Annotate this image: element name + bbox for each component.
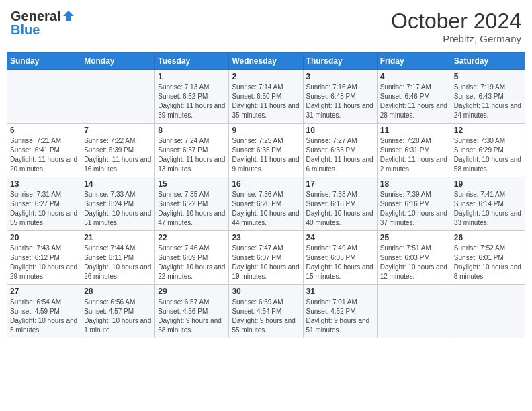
calendar-cell: 28Sunrise: 6:56 AM Sunset: 4:57 PM Dayli… xyxy=(81,285,155,338)
calendar-cell: 21Sunrise: 7:44 AM Sunset: 6:11 PM Dayli… xyxy=(81,231,155,285)
day-number: 16 xyxy=(232,179,300,189)
calendar-cell: 25Sunrise: 7:51 AM Sunset: 6:03 PM Dayli… xyxy=(377,231,451,285)
calendar-cell: 3Sunrise: 7:16 AM Sunset: 6:48 PM Daylig… xyxy=(303,70,377,124)
calendar-cell: 29Sunrise: 6:57 AM Sunset: 4:56 PM Dayli… xyxy=(155,285,229,338)
day-detail: Sunrise: 7:36 AM Sunset: 6:20 PM Dayligh… xyxy=(232,190,300,228)
logo-general-text: General xyxy=(11,9,60,23)
day-number: 12 xyxy=(454,126,522,135)
day-number: 31 xyxy=(306,287,374,296)
day-number: 4 xyxy=(380,72,448,81)
day-detail: Sunrise: 7:28 AM Sunset: 6:31 PM Dayligh… xyxy=(380,136,448,174)
calendar-cell: 11Sunrise: 7:28 AM Sunset: 6:31 PM Dayli… xyxy=(377,124,451,177)
calendar-cell: 16Sunrise: 7:36 AM Sunset: 6:20 PM Dayli… xyxy=(229,177,303,231)
calendar-cell: 15Sunrise: 7:35 AM Sunset: 6:22 PM Dayli… xyxy=(155,177,229,231)
day-number: 3 xyxy=(306,72,374,81)
day-number: 19 xyxy=(454,179,522,189)
calendar-cell: 6Sunrise: 7:21 AM Sunset: 6:41 PM Daylig… xyxy=(7,124,81,177)
calendar-cell xyxy=(81,70,155,124)
day-number: 8 xyxy=(158,126,226,135)
day-detail: Sunrise: 7:25 AM Sunset: 6:35 PM Dayligh… xyxy=(232,136,300,174)
calendar-cell: 14Sunrise: 7:33 AM Sunset: 6:24 PM Dayli… xyxy=(81,177,155,231)
day-number: 9 xyxy=(232,126,300,135)
week-row-2: 6Sunrise: 7:21 AM Sunset: 6:41 PM Daylig… xyxy=(7,124,525,177)
day-detail: Sunrise: 6:56 AM Sunset: 4:57 PM Dayligh… xyxy=(84,298,152,335)
day-number: 1 xyxy=(158,72,226,81)
calendar-cell: 4Sunrise: 7:17 AM Sunset: 6:46 PM Daylig… xyxy=(377,70,451,124)
day-detail: Sunrise: 7:24 AM Sunset: 6:37 PM Dayligh… xyxy=(158,136,226,174)
day-number: 6 xyxy=(10,126,78,135)
day-detail: Sunrise: 7:46 AM Sunset: 6:09 PM Dayligh… xyxy=(158,244,226,281)
title-block: October 2024 Prebitz, Germany xyxy=(391,9,521,44)
day-detail: Sunrise: 7:35 AM Sunset: 6:22 PM Dayligh… xyxy=(158,190,226,228)
day-number: 27 xyxy=(10,287,78,296)
calendar-cell: 24Sunrise: 7:49 AM Sunset: 6:05 PM Dayli… xyxy=(303,231,377,285)
calendar-cell: 1Sunrise: 7:13 AM Sunset: 6:52 PM Daylig… xyxy=(155,70,229,124)
calendar-cell: 13Sunrise: 7:31 AM Sunset: 6:27 PM Dayli… xyxy=(7,177,81,231)
day-number: 17 xyxy=(306,179,374,189)
day-number: 15 xyxy=(158,179,226,189)
calendar-cell: 18Sunrise: 7:39 AM Sunset: 6:16 PM Dayli… xyxy=(377,177,451,231)
calendar-cell: 30Sunrise: 6:59 AM Sunset: 4:54 PM Dayli… xyxy=(229,285,303,338)
week-row-3: 13Sunrise: 7:31 AM Sunset: 6:27 PM Dayli… xyxy=(7,177,525,231)
weekday-header-sunday: Sunday xyxy=(7,53,81,70)
day-number: 18 xyxy=(380,179,448,189)
day-detail: Sunrise: 7:17 AM Sunset: 6:46 PM Dayligh… xyxy=(380,83,448,120)
day-detail: Sunrise: 7:41 AM Sunset: 6:14 PM Dayligh… xyxy=(454,190,522,228)
calendar-cell: 7Sunrise: 7:22 AM Sunset: 6:39 PM Daylig… xyxy=(81,124,155,177)
day-number: 22 xyxy=(158,233,226,242)
day-detail: Sunrise: 7:27 AM Sunset: 6:33 PM Dayligh… xyxy=(306,136,374,174)
month-title: October 2024 xyxy=(391,9,521,33)
day-detail: Sunrise: 7:49 AM Sunset: 6:05 PM Dayligh… xyxy=(306,244,374,281)
calendar-cell: 26Sunrise: 7:52 AM Sunset: 6:01 PM Dayli… xyxy=(451,231,525,285)
weekday-header-thursday: Thursday xyxy=(303,53,377,70)
day-detail: Sunrise: 7:30 AM Sunset: 6:29 PM Dayligh… xyxy=(454,136,522,174)
day-detail: Sunrise: 7:47 AM Sunset: 6:07 PM Dayligh… xyxy=(232,244,300,281)
week-row-1: 1Sunrise: 7:13 AM Sunset: 6:52 PM Daylig… xyxy=(7,70,525,124)
day-detail: Sunrise: 7:52 AM Sunset: 6:01 PM Dayligh… xyxy=(454,244,522,281)
day-detail: Sunrise: 7:44 AM Sunset: 6:11 PM Dayligh… xyxy=(84,244,152,281)
day-detail: Sunrise: 6:54 AM Sunset: 4:59 PM Dayligh… xyxy=(10,298,78,335)
day-number: 24 xyxy=(306,233,374,242)
calendar-cell: 27Sunrise: 6:54 AM Sunset: 4:59 PM Dayli… xyxy=(7,285,81,338)
day-number: 13 xyxy=(10,179,78,189)
day-detail: Sunrise: 6:59 AM Sunset: 4:54 PM Dayligh… xyxy=(232,298,300,335)
day-detail: Sunrise: 7:43 AM Sunset: 6:12 PM Dayligh… xyxy=(10,244,78,281)
day-number: 25 xyxy=(380,233,448,242)
day-detail: Sunrise: 7:33 AM Sunset: 6:24 PM Dayligh… xyxy=(84,190,152,228)
calendar-cell xyxy=(7,70,81,124)
calendar-cell: 17Sunrise: 7:38 AM Sunset: 6:18 PM Dayli… xyxy=(303,177,377,231)
day-detail: Sunrise: 7:51 AM Sunset: 6:03 PM Dayligh… xyxy=(380,244,448,281)
day-detail: Sunrise: 7:14 AM Sunset: 6:50 PM Dayligh… xyxy=(232,83,300,120)
calendar-cell: 19Sunrise: 7:41 AM Sunset: 6:14 PM Dayli… xyxy=(451,177,525,231)
week-row-5: 27Sunrise: 6:54 AM Sunset: 4:59 PM Dayli… xyxy=(7,285,525,338)
day-number: 5 xyxy=(454,72,522,81)
calendar-cell: 2Sunrise: 7:14 AM Sunset: 6:50 PM Daylig… xyxy=(229,70,303,124)
day-number: 10 xyxy=(306,126,374,135)
calendar-cell: 5Sunrise: 7:19 AM Sunset: 6:43 PM Daylig… xyxy=(451,70,525,124)
day-detail: Sunrise: 6:57 AM Sunset: 4:56 PM Dayligh… xyxy=(158,298,226,335)
calendar-cell: 31Sunrise: 7:01 AM Sunset: 4:52 PM Dayli… xyxy=(303,285,377,338)
day-number: 30 xyxy=(232,287,300,296)
weekday-header-row: SundayMondayTuesdayWednesdayThursdayFrid… xyxy=(7,53,525,70)
day-detail: Sunrise: 7:38 AM Sunset: 6:18 PM Dayligh… xyxy=(306,190,374,228)
calendar-cell: 22Sunrise: 7:46 AM Sunset: 6:09 PM Dayli… xyxy=(155,231,229,285)
day-number: 28 xyxy=(84,287,152,296)
calendar-table: SundayMondayTuesdayWednesdayThursdayFrid… xyxy=(7,52,525,338)
calendar-cell xyxy=(451,285,525,338)
day-detail: Sunrise: 7:39 AM Sunset: 6:16 PM Dayligh… xyxy=(380,190,448,228)
location-title: Prebitz, Germany xyxy=(391,33,521,44)
calendar-cell: 23Sunrise: 7:47 AM Sunset: 6:07 PM Dayli… xyxy=(229,231,303,285)
calendar-cell: 12Sunrise: 7:30 AM Sunset: 6:29 PM Dayli… xyxy=(451,124,525,177)
day-detail: Sunrise: 7:19 AM Sunset: 6:43 PM Dayligh… xyxy=(454,83,522,120)
calendar-cell xyxy=(377,285,451,338)
day-detail: Sunrise: 7:13 AM Sunset: 6:52 PM Dayligh… xyxy=(158,83,226,120)
calendar-cell: 20Sunrise: 7:43 AM Sunset: 6:12 PM Dayli… xyxy=(7,231,81,285)
weekday-header-monday: Monday xyxy=(81,53,155,70)
page-header: General Blue October 2024 Prebitz, Germa… xyxy=(7,7,525,47)
day-detail: Sunrise: 7:21 AM Sunset: 6:41 PM Dayligh… xyxy=(10,136,78,174)
logo: General Blue xyxy=(11,9,75,36)
calendar-cell: 9Sunrise: 7:25 AM Sunset: 6:35 PM Daylig… xyxy=(229,124,303,177)
svg-marker-0 xyxy=(63,11,74,21)
day-number: 26 xyxy=(454,233,522,242)
day-detail: Sunrise: 7:16 AM Sunset: 6:48 PM Dayligh… xyxy=(306,83,374,120)
